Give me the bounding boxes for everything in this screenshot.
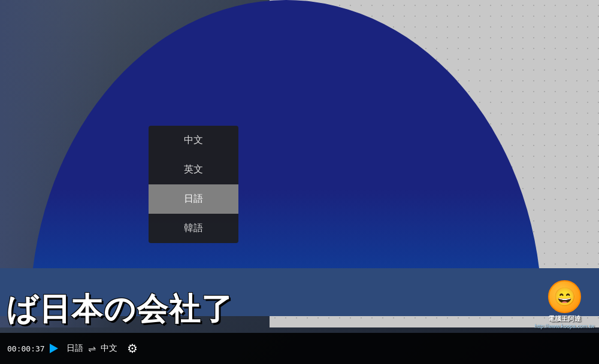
lang-option-japanese[interactable]: 日語: [149, 184, 238, 214]
subtitle-text: ば日本の会社了: [6, 292, 234, 326]
subtitle-overlay: ば日本の会社了: [0, 289, 599, 333]
language-menu: 中文 英文 日語 韓語: [149, 126, 238, 243]
translation-arrow-icon: ⇌: [88, 343, 96, 354]
lang-option-english[interactable]: 英文: [149, 155, 238, 184]
settings-button[interactable]: ⚙: [126, 342, 139, 355]
lang-option-korean[interactable]: 韓語: [149, 214, 238, 243]
watermark-face-icon: 😄: [553, 286, 576, 307]
source-language-label: 日語: [66, 343, 83, 354]
gear-icon: ⚙: [127, 341, 138, 356]
timestamp-display: 00:00:37: [7, 344, 45, 353]
lang-option-chinese[interactable]: 中文: [149, 126, 238, 155]
video-player: 中文 英文 日語 韓語 ば日本の会社了 😄 電腦王阿達 http://www.k…: [0, 0, 599, 364]
control-bar: 00:00:37 日語 ⇌ 中文 ⚙: [0, 333, 599, 364]
watermark-url: http://www.koopa.com.tw: [534, 323, 594, 329]
translation-info: 日語 ⇌ 中文: [66, 343, 117, 354]
play-button[interactable]: [50, 344, 58, 353]
watermark-site-name: 電腦王阿達: [548, 314, 581, 323]
target-language-label: 中文: [101, 343, 117, 354]
watermark-logo: 😄: [548, 280, 581, 313]
watermark: 😄 電腦王阿達 http://www.koopa.com.tw: [534, 280, 594, 329]
